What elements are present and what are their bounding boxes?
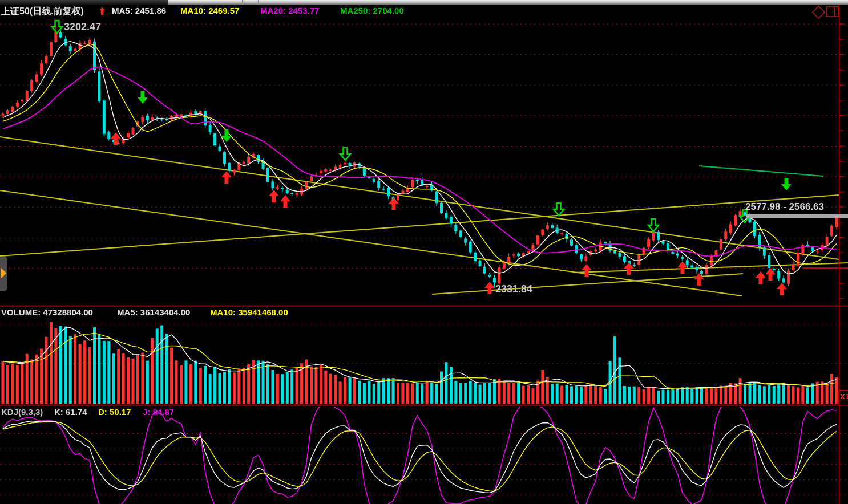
toolbar-separator: [258, 0, 259, 5]
ma20-readout: MA20: 2453.77: [260, 6, 319, 15]
kdj-d-readout: D: 50.17: [98, 407, 131, 417]
kdj-pane-header: KDJ(9,3,3) K: 61.74 D: 50.17 J: 84.87: [0, 407, 342, 417]
split-window-divider: [834, 7, 835, 16]
up-arrow-icon: ⬆: [98, 6, 106, 18]
price-pane-header: 上证50(日线.前复权) ⬆ MA5: 2451.86 MA10: 2469.5…: [0, 6, 799, 17]
kdj-k-readout: K: 61.74: [54, 407, 87, 417]
split-window-icon[interactable]: [826, 6, 839, 17]
symbol-title[interactable]: 上证50(日线.前复权): [1, 6, 84, 18]
ma5-readout: MA5: 2451.86: [112, 6, 166, 15]
kdj-label: KDJ(9,3,3): [1, 407, 43, 417]
top-toolbar-strip: [0, 0, 848, 5]
range-price-label: 2577.98 - 2566.63: [745, 201, 824, 213]
volume-pane-header: VOLUME: 47328804.00 MA5: 36143404.00 MA1…: [0, 307, 514, 318]
kdj-j-readout: J: 84.87: [143, 407, 174, 417]
low-price-label: 2331.84: [495, 283, 532, 295]
panel-expander-tab[interactable]: [0, 256, 7, 291]
peak-price-label: 3202.47: [64, 21, 101, 33]
ma10-readout: MA10: 2469.57: [180, 6, 239, 15]
top-strip-left-segment: [0, 0, 168, 5]
volume-ma10-readout: MA10: 35941468.00: [210, 307, 288, 317]
price-range-bar: [746, 214, 848, 218]
chart-canvas[interactable]: [0, 0, 848, 504]
volume-readout: VOLUME: 47328804.00: [1, 307, 93, 317]
ma250-readout: MA250: 2704.00: [340, 6, 404, 15]
expand-arrow-icon: [1, 268, 6, 278]
stock-chart-window: 上证50(日线.前复权) ⬆ MA5: 2451.86 MA10: 2469.5…: [0, 0, 848, 504]
pane-close-button[interactable]: X1: [840, 392, 848, 401]
volume-ma5-readout: MA5: 36143404.00: [117, 307, 190, 317]
toolbar-separator: [242, 0, 243, 5]
